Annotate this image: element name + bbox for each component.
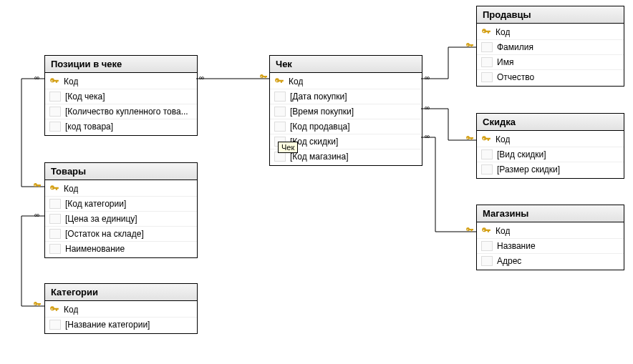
field-label: [Остаток на складе]	[65, 229, 144, 239]
table-positions[interactable]: Позиции в чеке Код[Код чека][Количество …	[44, 55, 198, 136]
field-icon	[481, 149, 493, 159]
field-icon	[49, 244, 61, 254]
field-icon	[49, 320, 61, 330]
field-icon	[481, 164, 493, 174]
table-title[interactable]: Категории	[45, 284, 197, 301]
table-goods[interactable]: Товары Код[Код категории][Цена за единиц…	[44, 162, 198, 258]
field-icon	[49, 199, 61, 209]
cardinality-infinity-icon: ∞	[425, 104, 429, 112]
table-title[interactable]: Чек	[270, 56, 422, 73]
endpoint-key-icon	[33, 182, 42, 192]
table-title[interactable]: Продавцы	[477, 6, 624, 24]
table-title[interactable]: Магазины	[477, 205, 624, 222]
table-row[interactable]: Код	[477, 132, 624, 147]
table-title[interactable]: Товары	[45, 163, 197, 180]
field-label: Наименование	[65, 244, 125, 254]
field-label: Код	[289, 77, 303, 87]
table-row[interactable]: Код	[477, 224, 624, 238]
field-label: [Код продавца]	[290, 122, 350, 132]
field-icon	[274, 152, 286, 162]
table-body: КодФамилияИмяОтчество	[477, 24, 624, 86]
table-row[interactable]: Имя	[477, 54, 624, 69]
primary-key-icon	[481, 226, 491, 236]
field-label: [Код магазина]	[290, 152, 349, 162]
table-row[interactable]: [Код чека]	[45, 89, 197, 104]
table-row[interactable]: [Цена за единицу]	[45, 211, 197, 226]
relation-positions-receipt	[196, 76, 269, 82]
table-row[interactable]: Код	[45, 182, 197, 196]
relation-receipt-sellers	[421, 46, 476, 80]
field-label: [Код категории]	[65, 199, 126, 209]
relation-positions-goods	[14, 77, 44, 188]
table-row[interactable]: [Название категории]	[45, 317, 197, 332]
table-row[interactable]: [Остаток на складе]	[45, 226, 197, 241]
field-icon	[481, 256, 493, 266]
field-label: [Дата покупки]	[290, 92, 347, 102]
field-label: Код	[64, 305, 78, 315]
relation-receipt-discount	[421, 107, 476, 142]
field-label: [Цена за единицу]	[65, 214, 137, 224]
field-label: Имя	[497, 57, 513, 67]
table-row[interactable]: [Вид скидки]	[477, 147, 624, 162]
table-row[interactable]: [Время покупки]	[270, 104, 422, 119]
cardinality-infinity-icon: ∞	[34, 74, 39, 82]
table-row[interactable]: [Дата покупки]	[270, 89, 422, 104]
cardinality-infinity-icon: ∞	[199, 74, 203, 82]
table-title[interactable]: Скидка	[477, 114, 624, 131]
endpoint-key-icon	[259, 73, 268, 84]
field-label: Код	[64, 77, 78, 87]
table-stores[interactable]: Магазины КодНазваниеАдрес	[476, 205, 624, 270]
primary-key-icon	[481, 134, 491, 144]
table-discount[interactable]: Скидка Код[Вид скидки][Размер скидки]	[476, 113, 624, 179]
table-row[interactable]: [Размер скидки]	[477, 162, 624, 177]
endpoint-key-icon	[465, 41, 474, 52]
table-row[interactable]: Код	[270, 74, 422, 89]
field-label: Код	[496, 226, 510, 236]
endpoint-key-icon	[465, 134, 474, 145]
field-label: [код товара]	[65, 122, 113, 132]
endpoint-key-icon	[465, 226, 474, 237]
field-label: Код	[496, 134, 510, 144]
table-row[interactable]: Код	[45, 74, 197, 89]
table-row[interactable]: Код	[45, 302, 197, 317]
field-label: [Размер скидки]	[497, 164, 560, 174]
table-sellers[interactable]: Продавцы КодФамилияИмяОтчество	[476, 6, 624, 87]
primary-key-icon	[49, 305, 59, 315]
field-label: [Код чека]	[65, 92, 105, 102]
cardinality-infinity-icon: ∞	[34, 212, 39, 219]
relation-goods-categories	[14, 215, 44, 308]
field-label: Фамилия	[497, 42, 533, 52]
field-label: Адрес	[497, 256, 521, 266]
field-label: Название	[497, 241, 536, 251]
table-body: Код[Название категории]	[45, 301, 197, 333]
table-body: КодНазваниеАдрес	[477, 222, 624, 270]
field-label: [Количество купленного това...	[65, 107, 188, 117]
field-label: [Название категории]	[65, 320, 150, 330]
field-icon	[49, 92, 61, 102]
table-row[interactable]: Адрес	[477, 253, 624, 268]
field-icon	[481, 241, 493, 251]
relation-receipt-stores	[421, 136, 476, 233]
field-label: [Время покупки]	[290, 107, 354, 117]
table-row[interactable]: Наименование	[45, 241, 197, 256]
primary-key-icon	[49, 77, 59, 87]
field-label: [Вид скидки]	[497, 149, 546, 159]
table-row[interactable]: Отчество	[477, 69, 624, 84]
table-row[interactable]: Фамилия	[477, 39, 624, 54]
field-label: Код	[496, 27, 510, 37]
field-icon	[49, 107, 61, 117]
field-icon	[481, 42, 493, 52]
field-icon	[274, 92, 286, 102]
table-row[interactable]: [код товара]	[45, 119, 197, 134]
primary-key-icon	[49, 184, 59, 194]
primary-key-icon	[481, 27, 491, 37]
table-row[interactable]: [Количество купленного това...	[45, 104, 197, 119]
primary-key-icon	[274, 77, 284, 87]
table-row[interactable]: Код	[477, 25, 624, 39]
table-row[interactable]: [Код категории]	[45, 196, 197, 211]
table-title[interactable]: Позиции в чеке	[45, 56, 197, 73]
field-icon	[49, 214, 61, 224]
table-row[interactable]: Название	[477, 238, 624, 253]
table-categories[interactable]: Категории Код[Название категории]	[44, 283, 198, 334]
table-row[interactable]: [Код продавца]	[270, 119, 422, 134]
